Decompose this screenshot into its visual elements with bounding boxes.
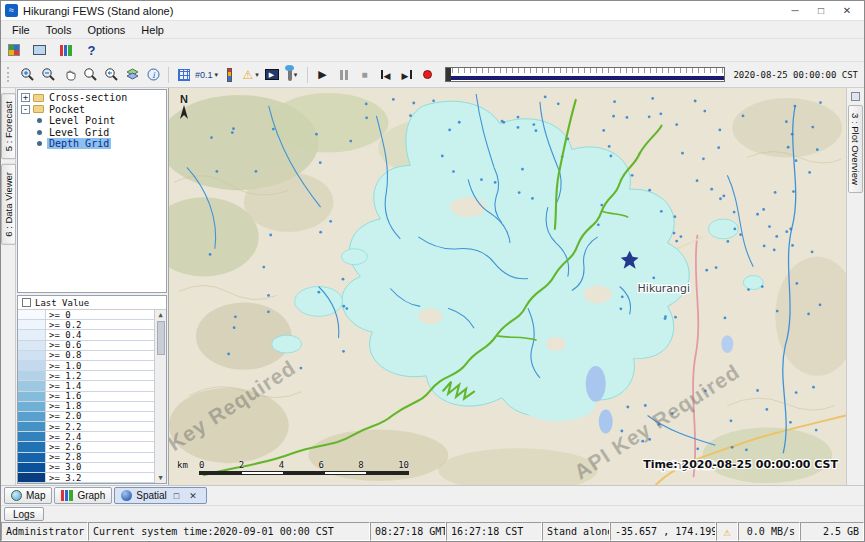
tree-item-pocket[interactable]: -Pocket [18,104,166,116]
node-dot-icon [37,130,42,135]
stop-icon[interactable] [355,65,374,85]
warning-dropdown-icon[interactable] [241,65,260,85]
toolbar-grip[interactable] [7,67,12,82]
legend-value-label: >= 1.0 [46,361,154,370]
timeline-handle[interactable] [446,68,451,81]
legend-color-swatch [18,432,46,441]
tab-plot-overview[interactable]: 3 : Plot Overview [848,105,863,193]
menu-bar: File Tools Options Help [1,21,864,39]
legend-row: >= 0.6 [18,341,154,351]
legend-value-label: >= 2.2 [46,422,154,431]
legend-color-swatch [18,392,46,401]
grid-display-icon[interactable] [174,65,193,85]
probe-dropdown-icon[interactable] [283,65,302,85]
tree-item-level-grid[interactable]: Level Grid [18,127,166,139]
legend-color-swatch [18,422,46,431]
toolbar-separator [307,67,308,83]
legend-color-swatch [18,341,46,350]
legend-row: >= 2.8 [18,453,154,463]
tab-spatial[interactable]: Spatial □ ✕ [114,487,207,504]
zoom-in-icon[interactable] [18,65,37,85]
map-view[interactable]: Hikurangi Springs Flat N API Key Require… [169,88,846,485]
legend-color-swatch [18,463,46,472]
expand-icon[interactable]: + [21,93,30,102]
menu-help[interactable]: Help [133,22,172,38]
info-icon[interactable]: i [144,65,163,85]
pause-icon[interactable] [334,65,353,85]
legend-row: >= 1.8 [18,402,154,412]
modules-glyph [8,44,20,56]
legend-row: >= 2.4 [18,432,154,442]
logs-button[interactable]: Logs [4,507,44,521]
tab-map[interactable]: Map [4,487,52,504]
grid-precision-dropdown[interactable]: #0.1 [195,65,218,85]
tab-data-viewer[interactable]: 6 : Data Viewer [1,164,16,245]
zoom-extent-icon[interactable] [81,65,100,85]
play-icon[interactable] [313,65,332,85]
layers-icon[interactable] [123,65,142,85]
legend-value-label: >= 0.6 [46,341,154,350]
window-title: Hikurangi FEWS (Stand alone) [23,5,782,17]
pan-icon[interactable] [60,65,79,85]
legend-value-label: >= 1.4 [46,381,154,390]
menu-options[interactable]: Options [79,22,133,38]
menu-file[interactable]: File [4,22,38,38]
collapse-icon[interactable]: - [21,105,30,114]
help-icon[interactable]: ? [82,40,101,60]
minimize-icon[interactable]: ─ [782,5,808,16]
scroll-thumb[interactable] [157,321,165,355]
tree-item-label: Depth Grid [47,138,111,149]
scroll-down-icon[interactable]: ▼ [158,473,162,483]
map-canvas[interactable]: Hikurangi Springs Flat [169,88,846,485]
close-panel-icon[interactable]: ✕ [186,491,200,501]
scale-tick: 8 [358,460,363,470]
grid-precision-value: #0.1 [195,70,213,80]
legend-row: >= 3.0 [18,463,154,473]
legend-value-label: >= 2.4 [46,432,154,441]
zoom-out-icon[interactable] [39,65,58,85]
float-panel-icon[interactable]: □ [171,491,182,501]
legend-scrollbar[interactable]: ▲ ▼ [154,310,166,483]
legend-row: >= 0.8 [18,351,154,361]
legend-color-swatch [18,310,46,319]
globe-icon [11,490,22,501]
maximize-icon[interactable]: □ [808,5,834,16]
left-tab-strip: 5 : Forecast 6 : Data Viewer [1,88,16,485]
animation-icon[interactable] [262,65,281,85]
profile-gauge-icon[interactable] [220,65,239,85]
status-local-time: 16:27:18 CST [446,522,542,541]
step-begin-icon[interactable] [376,65,395,85]
scale-ticks: 0 2 4 6 8 10 [199,460,409,470]
modules-icon[interactable] [4,40,23,60]
legend-color-swatch [18,351,46,360]
scroll-up-icon[interactable]: ▲ [158,310,162,320]
tab-graph[interactable]: Graph [54,487,112,504]
status-warning-icon[interactable] [716,522,738,541]
zoom-previous-icon[interactable] [102,65,121,85]
chart-icon[interactable] [56,40,75,60]
last-value-checkbox[interactable] [22,298,31,307]
north-label: N [180,93,188,105]
step-left-glyph [384,69,391,81]
tree-item-cross-section[interactable]: +Cross-section [18,92,166,104]
timeline-slider[interactable] [445,67,725,82]
tree-item-level-point[interactable]: Level Point [18,115,166,127]
north-arrow: N [179,93,189,121]
close-icon[interactable]: ✕ [834,5,860,16]
tab-forecast[interactable]: 5 : Forecast [1,93,16,159]
status-memory: 2.5 GB [800,522,864,541]
step-end-icon[interactable] [397,65,416,85]
legend-value-label: >= 3.2 [46,473,154,482]
legend-row: >= 1.6 [18,392,154,402]
legend-row: >= 1.4 [18,381,154,391]
legend-color-swatch [18,371,46,380]
legend-title: Last Value [35,298,89,308]
legend-color-swatch [18,412,46,421]
app-window: ≈ Hikurangi FEWS (Stand alone) ─ □ ✕ Fil… [0,0,865,542]
dock-icon[interactable] [851,92,860,101]
step-bar [381,70,383,79]
record-icon[interactable] [418,65,437,85]
tree-item-depth-grid[interactable]: Depth Grid [18,138,166,150]
menu-tools[interactable]: Tools [38,22,80,38]
display-icon[interactable] [30,40,49,60]
